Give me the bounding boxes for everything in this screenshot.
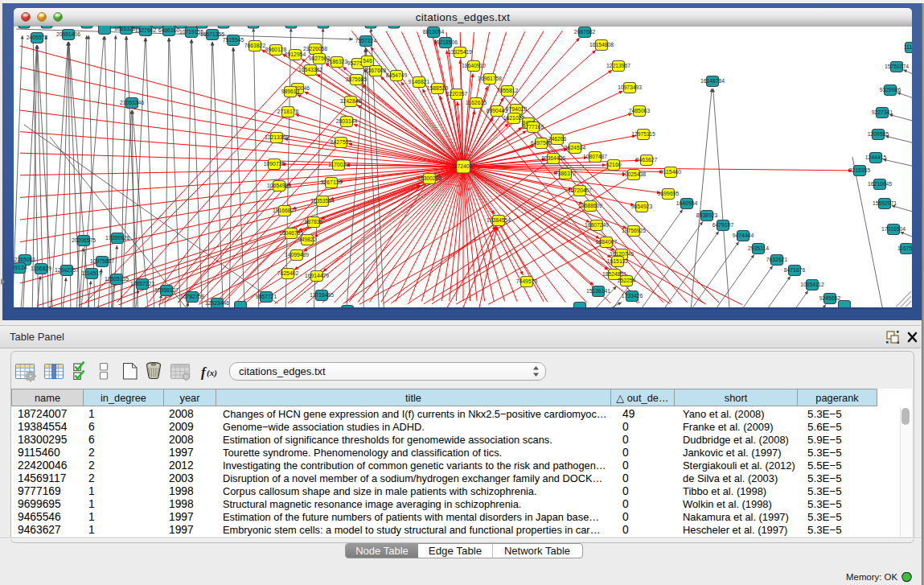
svg-text:16671355: 16671355 bbox=[200, 31, 224, 37]
svg-text:(x): (x) bbox=[207, 368, 217, 378]
svg-text:2367608: 2367608 bbox=[365, 68, 387, 73]
svg-text:2405572: 2405572 bbox=[27, 35, 48, 40]
svg-text:887835: 887835 bbox=[305, 219, 323, 225]
svg-text:9245652: 9245652 bbox=[819, 295, 841, 301]
svg-text:2718176: 2718176 bbox=[277, 109, 299, 114]
svg-text:10688609: 10688609 bbox=[578, 203, 602, 208]
svg-text:16543362: 16543362 bbox=[298, 67, 322, 72]
svg-text:252254: 252254 bbox=[618, 278, 636, 283]
svg-text:21053346: 21053346 bbox=[120, 100, 144, 105]
svg-text:20206575: 20206575 bbox=[72, 237, 96, 243]
svg-text:16154808: 16154808 bbox=[589, 42, 614, 47]
svg-text:3267130: 3267130 bbox=[321, 179, 343, 185]
svg-text:18807249: 18807249 bbox=[585, 222, 609, 228]
svg-text:9857721: 9857721 bbox=[256, 294, 277, 299]
svg-text:8471676: 8471676 bbox=[784, 267, 806, 273]
svg-text:19166827: 19166827 bbox=[273, 208, 297, 213]
svg-text:9884067: 9884067 bbox=[596, 239, 618, 245]
svg-text:7386372: 7386372 bbox=[555, 171, 577, 176]
svg-text:1244415: 1244415 bbox=[865, 154, 887, 160]
svg-text:6479197: 6479197 bbox=[713, 222, 734, 228]
svg-text:15692971: 15692971 bbox=[873, 200, 897, 206]
svg-text:1640954: 1640954 bbox=[676, 200, 698, 206]
svg-text:12923446: 12923446 bbox=[205, 300, 229, 306]
svg-text:16961758: 16961758 bbox=[478, 76, 502, 81]
svg-text:1209585: 1209585 bbox=[868, 131, 889, 137]
svg-text:16046755: 16046755 bbox=[279, 230, 303, 236]
svg-text:14099489: 14099489 bbox=[285, 252, 309, 257]
svg-text:3875685: 3875685 bbox=[346, 76, 368, 82]
svg-text:8186323: 8186323 bbox=[326, 59, 348, 64]
svg-text:8912954: 8912954 bbox=[285, 51, 306, 57]
svg-text:10807487: 10807487 bbox=[583, 154, 607, 159]
svg-text:8960128: 8960128 bbox=[265, 47, 287, 52]
svg-text:7632621: 7632621 bbox=[766, 257, 788, 262]
svg-text:62160: 62160 bbox=[606, 162, 622, 167]
svg-text:18640910: 18640910 bbox=[462, 63, 486, 68]
svg-text:12975115: 12975115 bbox=[631, 131, 655, 137]
svg-text:16210645: 16210645 bbox=[868, 181, 892, 187]
svg-text:9227341: 9227341 bbox=[872, 109, 893, 115]
svg-text:2265061: 2265061 bbox=[14, 257, 36, 262]
svg-text:18300295: 18300295 bbox=[417, 175, 441, 181]
svg-text:9474444: 9474444 bbox=[733, 233, 754, 238]
svg-text:8454749: 8454749 bbox=[386, 72, 408, 78]
svg-text:7663822: 7663822 bbox=[244, 43, 266, 48]
svg-text:7449579: 7449579 bbox=[516, 278, 538, 284]
svg-text:7357224: 7357224 bbox=[355, 38, 377, 43]
svg-text:13325419: 13325419 bbox=[448, 49, 472, 55]
svg-text:8938923: 8938923 bbox=[696, 212, 718, 218]
svg-text:8990443: 8990443 bbox=[487, 108, 508, 113]
svg-text:6466160: 6466160 bbox=[158, 27, 180, 33]
svg-text:13716485: 13716485 bbox=[310, 292, 334, 298]
svg-text:10975887: 10975887 bbox=[90, 258, 114, 264]
svg-text:10654985: 10654985 bbox=[267, 183, 291, 188]
svg-text:17359928: 17359928 bbox=[105, 235, 129, 241]
svg-text:949822: 949822 bbox=[298, 237, 317, 242]
svg-text:3242848: 3242848 bbox=[340, 98, 362, 104]
svg-text:12505135: 12505135 bbox=[105, 276, 129, 282]
svg-text:746266: 746266 bbox=[548, 136, 567, 142]
svg-text:1733426: 1733426 bbox=[622, 293, 643, 299]
svg-text:12042757: 12042757 bbox=[55, 267, 79, 273]
svg-text:9463627: 9463627 bbox=[636, 157, 658, 163]
svg-text:1615132: 1615132 bbox=[607, 258, 629, 264]
svg-text:1090735: 1090735 bbox=[264, 161, 285, 167]
svg-text:9654923: 9654923 bbox=[631, 204, 653, 209]
svg-text:10654112: 10654112 bbox=[800, 282, 824, 287]
svg-text:1170023: 1170023 bbox=[328, 162, 349, 167]
svg-text:8813054: 8813054 bbox=[423, 29, 445, 35]
svg-text:7625402: 7625402 bbox=[277, 270, 299, 276]
svg-text:17857223: 17857223 bbox=[130, 281, 154, 286]
svg-text:16914479: 16914479 bbox=[305, 273, 329, 278]
svg-text:2935114: 2935114 bbox=[748, 245, 769, 251]
svg-text:10958107: 10958107 bbox=[154, 287, 179, 293]
svg-text:8427552: 8427552 bbox=[331, 139, 352, 145]
svg-text:1162615: 1162615 bbox=[466, 100, 487, 105]
svg-text:9794028: 9794028 bbox=[506, 106, 528, 112]
svg-text:20364436: 20364436 bbox=[541, 155, 565, 161]
svg-text:15751074: 15751074 bbox=[885, 64, 909, 69]
svg-text:11125: 11125 bbox=[904, 44, 912, 50]
svg-text:9777169: 9777169 bbox=[523, 124, 544, 130]
svg-text:23226058: 23226058 bbox=[303, 46, 327, 51]
svg-text:16148784: 16148784 bbox=[700, 78, 725, 84]
svg-text:9115460: 9115460 bbox=[660, 169, 681, 175]
svg-text:12213967: 12213967 bbox=[606, 63, 630, 68]
svg-text:17016504: 17016504 bbox=[881, 226, 906, 232]
svg-text:15720407: 15720407 bbox=[568, 187, 592, 193]
svg-text:7485063: 7485063 bbox=[629, 108, 651, 113]
svg-text:7515545: 7515545 bbox=[223, 37, 244, 43]
svg-text:989613: 989613 bbox=[281, 89, 300, 94]
svg-text:3215955: 3215955 bbox=[849, 167, 871, 173]
svg-text:10025438: 10025438 bbox=[622, 171, 646, 177]
svg-text:2803144: 2803144 bbox=[336, 118, 358, 124]
svg-text:1621022: 1621022 bbox=[503, 115, 525, 121]
svg-text:15136141: 15136141 bbox=[586, 288, 610, 294]
svg-text:9699695: 9699695 bbox=[658, 191, 680, 196]
svg-text:16782759: 16782759 bbox=[180, 294, 204, 299]
svg-text:1527602: 1527602 bbox=[135, 27, 157, 33]
svg-text:7955812: 7955812 bbox=[497, 88, 519, 93]
svg-text:546: 546 bbox=[363, 58, 372, 64]
svg-text:3624534: 3624534 bbox=[565, 145, 586, 150]
